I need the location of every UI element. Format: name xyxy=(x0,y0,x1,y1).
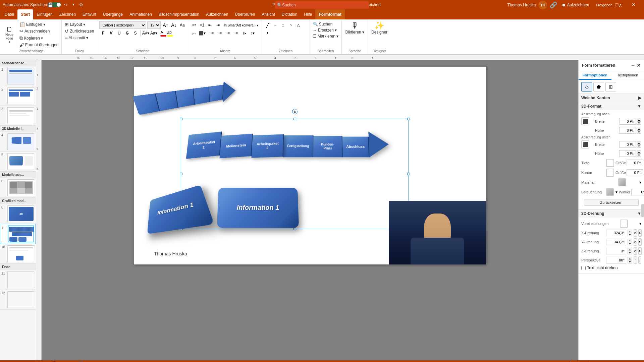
diktieren-button[interactable]: 🎙 Diktieren ▾ xyxy=(344,21,366,35)
x-drehung-input[interactable] xyxy=(606,230,626,236)
change-case-button[interactable]: Aa▾ xyxy=(150,29,157,37)
effects-icon-tab[interactable]: ⬟ xyxy=(593,82,604,92)
slide-thumb-8[interactable]: 8 3D xyxy=(0,204,36,224)
tab-hilfe[interactable]: Hilfe xyxy=(301,9,315,19)
justify-button[interactable]: ≡ xyxy=(233,29,240,37)
increase-indent-button[interactable]: ⇥ xyxy=(214,21,222,29)
ersetzen-button[interactable]: ↔ Ersetzen ▾ xyxy=(312,27,340,33)
tab-start[interactable]: Start xyxy=(17,9,33,19)
y-drehung-left-btn[interactable]: ↺ xyxy=(634,238,637,246)
tab-textoptionen[interactable]: Textoptionen xyxy=(611,71,644,80)
save-button[interactable]: 💾 xyxy=(47,1,54,8)
font-size-select[interactable]: 12 xyxy=(147,21,161,29)
close-button[interactable]: ✕ xyxy=(626,0,641,9)
beleuchtung-swatch[interactable] xyxy=(606,188,614,196)
smartart-button[interactable]: In SmartArt konvert... ▾ xyxy=(222,21,259,29)
breite-oben-up[interactable]: ▲ xyxy=(637,118,641,121)
numbering-button[interactable]: ≡1 xyxy=(198,21,206,29)
format-panel-close-button[interactable]: ✕ xyxy=(637,63,641,68)
char-spacing-button[interactable]: AV▾ xyxy=(142,29,149,37)
font-name-select[interactable]: Calibri (Textkörper) xyxy=(99,21,146,29)
italic-button[interactable]: K xyxy=(107,29,115,37)
voreinstellungen-swatch[interactable] xyxy=(620,220,628,228)
z-drehung-input[interactable] xyxy=(606,248,626,254)
y-drehung-down[interactable]: ▼ xyxy=(628,242,632,245)
search-bar[interactable]: 🔍 xyxy=(275,1,369,9)
highlight-color-button[interactable]: ab xyxy=(167,30,173,37)
bold-button[interactable]: F xyxy=(99,29,107,37)
tab-formoptionen[interactable]: Formoptionen xyxy=(579,71,611,80)
shape-rect[interactable]: □ xyxy=(279,21,287,29)
rotation-handle[interactable]: ↻ xyxy=(292,109,298,114)
hoehe-unten-up[interactable]: ▲ xyxy=(637,150,641,154)
shape-oval[interactable]: ○ xyxy=(287,21,294,29)
hoehe-unten-down[interactable]: ▼ xyxy=(637,154,641,157)
qa-dropdown-button[interactable]: ▼ xyxy=(70,1,77,8)
tab-uebergaenge[interactable]: Übergänge xyxy=(100,9,126,19)
customize-qa-button[interactable]: ⚙ xyxy=(78,1,85,8)
search-input[interactable] xyxy=(282,3,367,7)
tab-datei[interactable]: Datei xyxy=(1,9,17,19)
suchen-button[interactable]: 🔍 Suchen xyxy=(312,21,340,27)
abschraeung-unten-swatch[interactable]: ⬛ xyxy=(581,140,589,148)
tab-bildschirmpraesentation[interactable]: Bildschirmpräsentation xyxy=(155,9,203,19)
align-left-button[interactable]: ≡ xyxy=(209,29,216,37)
hoehe-oben-up[interactable]: ▲ xyxy=(637,127,641,130)
columns-button[interactable]: ⫴▾ xyxy=(241,29,248,37)
ausschneiden-button[interactable]: ✂ Ausschneiden xyxy=(18,28,59,34)
breite-unten-input[interactable] xyxy=(619,141,636,148)
decrease-font-button[interactable]: A↓ xyxy=(170,21,177,29)
align-right-button[interactable]: ≡ xyxy=(225,29,232,37)
perspektive-down-btn[interactable]: ↓ xyxy=(638,256,642,264)
breite-unten-up[interactable]: ▲ xyxy=(637,141,641,144)
tab-einfuegen[interactable]: Einfügen xyxy=(33,9,56,19)
markieren-button[interactable]: ☰ Markieren ▾ xyxy=(312,34,340,39)
increase-font-button[interactable]: A↑ xyxy=(162,21,169,29)
abschraeung-oben-swatch[interactable]: ⬛ xyxy=(581,117,589,125)
kontur-groesse-input[interactable] xyxy=(627,169,643,176)
share-icon[interactable]: 🔗 xyxy=(550,1,557,9)
shape-arrow[interactable]: → xyxy=(272,21,279,29)
canvas-area[interactable]: ↻ Arbeitspaket1 Meilenstein Arbeitspaket… xyxy=(42,60,578,360)
z-drehung-down[interactable]: ▼ xyxy=(628,251,632,254)
slide-thumb-11[interactable]: 11 xyxy=(0,270,36,290)
strikethrough-button[interactable]: S xyxy=(123,29,131,37)
line-spacing-button[interactable]: ↕▾ xyxy=(249,29,256,37)
tab-dictation[interactable]: Dictation xyxy=(278,9,301,19)
x-drehung-down[interactable]: ▼ xyxy=(628,233,632,236)
shadow-button[interactable]: S xyxy=(131,29,139,37)
z-drehung-left-btn[interactable]: ↺ xyxy=(634,247,637,255)
align-text-button[interactable]: ⬛▾ xyxy=(198,29,206,37)
x-drehung-left-btn[interactable]: ↺ xyxy=(634,229,637,237)
slide-thumb-3[interactable]: 3 xyxy=(0,106,36,126)
user-avatar[interactable]: TH xyxy=(538,1,547,9)
format-uebertragen-button[interactable]: 🖌 Format übertragen xyxy=(18,42,59,48)
slide-thumb-10[interactable]: 10 xyxy=(0,244,36,264)
ribbon-collapse-button[interactable]: ∧ xyxy=(617,2,624,8)
shape-arrow-3d-top[interactable] xyxy=(144,82,258,112)
tiefe-swatch[interactable] xyxy=(606,159,614,167)
slide-thumb-2[interactable]: 2 xyxy=(0,86,36,106)
y-drehung-right-btn[interactable]: ↻ xyxy=(638,238,642,246)
slide-thumb-4[interactable]: 4 xyxy=(0,132,36,152)
scroll-indicator[interactable] xyxy=(641,204,644,217)
beleuchtung-dropdown[interactable]: ▾ xyxy=(615,190,618,194)
redo-button[interactable]: ↪ xyxy=(62,1,69,8)
voreinstellungen-dropdown[interactable]: ▾ xyxy=(639,221,641,226)
perspektive-down[interactable]: ▼ xyxy=(628,260,632,263)
perspektive-up[interactable]: ▲ xyxy=(628,257,632,260)
tab-aufzeichnen[interactable]: Aufzeichnen xyxy=(203,9,231,19)
hoehe-oben-input[interactable] xyxy=(619,127,636,134)
shape-line[interactable]: ╱ xyxy=(264,21,271,29)
winkel-input[interactable] xyxy=(631,189,644,195)
tab-entwurf[interactable]: Entwurf xyxy=(79,9,100,19)
clear-format-button[interactable]: Aa xyxy=(178,21,186,29)
material-dropdown[interactable]: ▾ xyxy=(639,180,641,185)
einfuegen-button[interactable]: 📋 Einfügen ▾ xyxy=(18,21,59,27)
format-panel-back-button[interactable]: ← xyxy=(631,63,635,68)
record-button[interactable]: ⏺ Aufzeichnen xyxy=(560,2,591,8)
fill-icon-tab[interactable]: ◇ xyxy=(581,82,592,92)
tiefe-groesse-input[interactable] xyxy=(627,160,643,166)
shape-triangle[interactable]: △ xyxy=(295,21,302,29)
tab-formformat[interactable]: Formformat xyxy=(315,9,344,19)
